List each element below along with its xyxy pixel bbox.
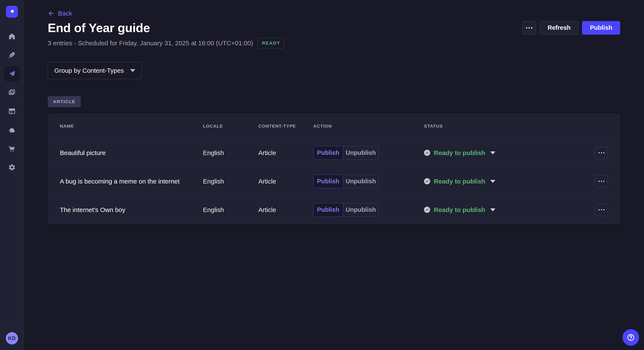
more-icon — [599, 181, 604, 182]
status-label: Ready to publish — [434, 206, 485, 213]
arrow-left-icon — [48, 10, 54, 17]
check-circle-icon — [424, 207, 430, 213]
back-link[interactable]: Back — [48, 10, 72, 17]
entry-name: A bug is becoming a meme on the internet — [60, 178, 203, 185]
user-avatar[interactable]: KD — [6, 332, 18, 345]
row-more-button[interactable] — [595, 175, 608, 187]
chevron-down-icon — [490, 208, 495, 211]
strapi-logo-icon — [8, 8, 16, 15]
help-button[interactable] — [622, 329, 639, 346]
release-more-button[interactable] — [522, 21, 536, 35]
sidebar-item-content-manager[interactable] — [4, 104, 20, 119]
row-more-button[interactable] — [595, 147, 608, 159]
sidebar-item-settings[interactable] — [4, 160, 20, 175]
back-label: Back — [58, 10, 72, 17]
group-by-select[interactable]: Group by Content-Types — [48, 62, 142, 79]
release-status-badge: READY — [258, 38, 284, 48]
content-manager-icon — [8, 107, 16, 115]
sidebar-item-releases[interactable] — [4, 66, 20, 81]
content-type-group-badge: ARTICLE — [48, 96, 81, 107]
entry-status[interactable]: Ready to publish — [424, 206, 595, 213]
main-content: Back End of Year guide Refresh Publish 3… — [24, 0, 644, 350]
column-header-action: ACTION — [313, 124, 424, 129]
strapi-logo[interactable] — [6, 6, 18, 18]
feather-icon — [8, 51, 16, 59]
media-library-icon — [8, 89, 16, 96]
column-header-status: STATUS — [424, 124, 595, 129]
sidebar-item-marketplace[interactable] — [4, 141, 20, 156]
sidebar-item-media-library[interactable] — [4, 85, 20, 100]
settings-gear-icon — [8, 164, 16, 171]
more-icon — [526, 27, 532, 28]
entry-name: Beautiful picture — [60, 149, 203, 157]
check-circle-icon — [424, 178, 430, 184]
entry-locale: English — [203, 178, 258, 185]
logo-container — [0, 0, 24, 24]
row-publish-button[interactable]: Publish — [313, 175, 343, 188]
sidebar-item-home[interactable] — [4, 29, 20, 44]
sidebar-item-content-type-builder[interactable] — [4, 47, 20, 63]
entry-status[interactable]: Ready to publish — [424, 149, 595, 157]
entry-locale: English — [203, 149, 258, 157]
refresh-button[interactable]: Refresh — [540, 21, 578, 35]
release-subtitle: 3 entries - Scheduled for Friday, Januar… — [48, 39, 253, 47]
status-label: Ready to publish — [434, 149, 485, 157]
check-circle-icon — [424, 150, 430, 156]
action-toggle: Publish Unpublish — [313, 203, 424, 217]
cart-icon — [8, 145, 16, 153]
sidebar: KD — [0, 0, 24, 350]
publish-release-button[interactable]: Publish — [582, 21, 620, 35]
paper-plane-icon — [8, 70, 16, 78]
column-header-content-type: CONTENT-TYPE — [258, 124, 313, 129]
row-more-button[interactable] — [595, 204, 608, 216]
row-publish-button[interactable]: Publish — [313, 203, 343, 217]
question-mark-icon — [626, 333, 635, 342]
entry-content-type: Article — [258, 149, 313, 157]
row-unpublish-button[interactable]: Unpublish — [343, 146, 379, 160]
column-header-locale: LOCALE — [203, 124, 258, 129]
table-row: A bug is becoming a meme on the internet… — [48, 167, 620, 195]
more-icon — [599, 209, 604, 210]
sidebar-footer: KD — [0, 326, 24, 350]
group-by-value: Group by Content-Types — [54, 67, 124, 74]
chevron-down-icon — [490, 151, 495, 154]
header-actions: Refresh Publish — [522, 21, 620, 35]
table-row: The internet's Own boy English Article P… — [48, 195, 620, 224]
action-toggle: Publish Unpublish — [313, 175, 424, 188]
entry-content-type: Article — [258, 206, 313, 213]
row-unpublish-button[interactable]: Unpublish — [343, 175, 379, 188]
page-title: End of Year guide — [48, 21, 150, 35]
row-unpublish-button[interactable]: Unpublish — [343, 203, 379, 217]
home-icon — [8, 32, 16, 40]
status-label: Ready to publish — [434, 178, 485, 185]
cloud-icon — [8, 126, 16, 134]
table-row: Beautiful picture English Article Publis… — [48, 138, 620, 167]
sidebar-nav — [0, 24, 24, 175]
more-icon — [599, 152, 604, 153]
column-header-name: NAME — [60, 124, 203, 129]
chevron-down-icon — [490, 180, 495, 183]
entries-table: NAME LOCALE CONTENT-TYPE ACTION STATUS B… — [48, 114, 620, 224]
entry-content-type: Article — [258, 178, 313, 185]
action-toggle: Publish Unpublish — [313, 146, 424, 160]
chevron-down-icon — [130, 69, 135, 72]
sidebar-item-cloud[interactable] — [4, 122, 20, 138]
entry-status[interactable]: Ready to publish — [424, 178, 595, 185]
entry-locale: English — [203, 206, 258, 213]
entry-name: The internet's Own boy — [60, 206, 203, 213]
row-publish-button[interactable]: Publish — [313, 146, 343, 160]
table-header-row: NAME LOCALE CONTENT-TYPE ACTION STATUS — [48, 114, 620, 138]
